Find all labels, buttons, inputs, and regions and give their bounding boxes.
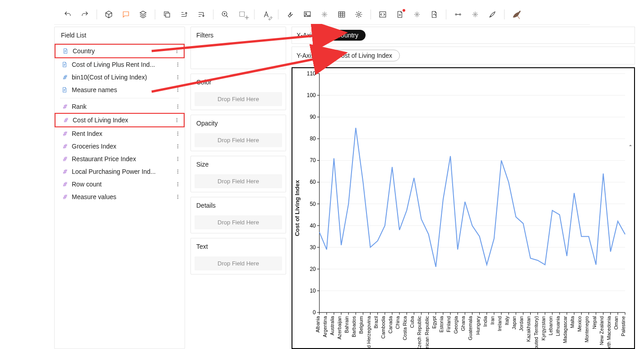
- field-row[interactable]: #Row count: [55, 178, 185, 191]
- sort-desc-icon[interactable]: [193, 7, 209, 22]
- more-icon[interactable]: [174, 143, 182, 149]
- resize-icon[interactable]: [234, 7, 250, 22]
- svg-point-44: [177, 173, 178, 174]
- svg-point-26: [177, 91, 178, 92]
- field-row[interactable]: #Measure values: [55, 191, 185, 203]
- text-drop[interactable]: Drop Field Here: [195, 256, 282, 270]
- refresh-doc-icon[interactable]: [426, 7, 442, 22]
- brush-icon[interactable]: [484, 7, 500, 22]
- field-label: Rank: [72, 103, 174, 110]
- chart-area[interactable]: Cost of Living Index 0102030405060708090…: [292, 67, 635, 349]
- copy-icon[interactable]: [159, 7, 175, 22]
- comment-icon[interactable]: [118, 7, 134, 22]
- size-drop[interactable]: Drop Field Here: [195, 174, 282, 188]
- chart-pane: X-Axis Country Y-Axis Cost of Living Ind…: [292, 27, 635, 349]
- image-settings-icon[interactable]: [316, 7, 333, 22]
- format-icon[interactable]: [258, 7, 274, 22]
- svg-text:Argentina: Argentina: [322, 316, 328, 337]
- redo-icon[interactable]: [77, 7, 93, 22]
- more-icon[interactable]: [174, 156, 182, 162]
- svg-point-23: [177, 79, 178, 79]
- svg-text:Guatemala: Guatemala: [468, 316, 473, 340]
- code-icon[interactable]: [375, 7, 391, 22]
- hash-icon: #: [61, 130, 68, 137]
- table-icon[interactable]: [334, 7, 350, 22]
- opacity-drop[interactable]: Drop Field Here: [195, 133, 282, 147]
- cube-icon[interactable]: [101, 7, 117, 22]
- svg-text:Georgia: Georgia: [453, 316, 459, 334]
- bird-icon[interactable]: [508, 7, 524, 22]
- doc-icon[interactable]: [392, 7, 408, 22]
- svg-point-48: [177, 195, 178, 196]
- svg-text:Japan: Japan: [511, 316, 517, 330]
- svg-text:Azerbaijan: Azerbaijan: [337, 316, 342, 340]
- image-icon[interactable]: [299, 7, 315, 22]
- toolbar: [54, 5, 590, 25]
- more-icon[interactable]: [174, 168, 182, 175]
- svg-point-50: [177, 198, 178, 199]
- more-icon[interactable]: [174, 74, 182, 80]
- zoom-in-icon[interactable]: [217, 7, 233, 22]
- svg-point-49: [177, 196, 178, 197]
- svg-text:Ghana: Ghana: [460, 316, 466, 331]
- svg-text:New Zealand: New Zealand: [599, 316, 604, 345]
- x-axis-bar[interactable]: X-Axis Country: [292, 27, 635, 44]
- color-shelf: Color: [191, 74, 286, 88]
- field-row[interactable]: #Local Purchasing Power Ind...: [55, 165, 185, 178]
- field-row[interactable]: #Restaurant Price Index: [55, 153, 185, 165]
- text-shelf: Text: [191, 238, 286, 253]
- svg-point-43: [177, 171, 178, 172]
- layers-icon[interactable]: [135, 7, 151, 22]
- svg-point-38: [177, 148, 178, 149]
- svg-text:Kyrgyzstan: Kyrgyzstan: [541, 316, 546, 340]
- y-axis-bar[interactable]: Y-Axis Cost of Living Index: [292, 47, 635, 65]
- field-row[interactable]: #Groceries Index: [55, 140, 185, 153]
- sort-asc-icon[interactable]: [176, 7, 192, 22]
- more-icon[interactable]: [174, 130, 182, 137]
- field-row[interactable]: #Rent Index: [55, 127, 185, 140]
- x-axis-chip[interactable]: Country: [329, 30, 366, 41]
- y-axis-chip[interactable]: Cost of Living Index: [329, 50, 400, 61]
- document-icon: [61, 61, 68, 68]
- details-drop[interactable]: Drop Field Here: [195, 215, 282, 229]
- doc-settings-icon[interactable]: [409, 7, 425, 22]
- field-row[interactable]: Cost of Living Plus Rent Ind...: [55, 58, 185, 71]
- more-icon[interactable]: [173, 48, 181, 54]
- svg-rect-7: [338, 12, 345, 17]
- svg-text:Italy: Italy: [504, 316, 510, 326]
- field-label: bin10(Cost of Living Index): [72, 74, 174, 81]
- field-row[interactable]: #bin10(Cost of Living Index): [55, 71, 185, 84]
- svg-point-25: [177, 89, 178, 90]
- scroll-up-icon[interactable]: [628, 143, 633, 154]
- more-icon[interactable]: [174, 61, 182, 68]
- svg-point-36: [177, 144, 178, 145]
- svg-text:Barbados: Barbados: [351, 316, 357, 337]
- more-icon[interactable]: [174, 194, 182, 200]
- hash-icon: #: [61, 193, 68, 200]
- connect-icon[interactable]: [450, 7, 466, 22]
- connect-settings-icon[interactable]: [467, 7, 483, 22]
- svg-text:20: 20: [310, 266, 316, 272]
- field-row[interactable]: Measure names: [55, 84, 185, 96]
- field-label: Rent Index: [72, 130, 174, 137]
- svg-text:Mexico: Mexico: [577, 316, 582, 332]
- more-icon[interactable]: [174, 87, 182, 93]
- wrench-icon[interactable]: [282, 7, 298, 22]
- gear-icon[interactable]: [351, 7, 367, 22]
- undo-icon[interactable]: [60, 7, 76, 22]
- document-icon: [61, 86, 68, 93]
- svg-text:Oman: Oman: [613, 316, 619, 330]
- field-row[interactable]: #Cost of Living Index: [55, 113, 185, 127]
- more-icon[interactable]: [174, 181, 182, 187]
- svg-point-21: [177, 75, 178, 76]
- svg-point-6: [324, 14, 325, 15]
- svg-text:30: 30: [310, 244, 316, 251]
- more-icon[interactable]: [173, 117, 181, 123]
- svg-point-28: [177, 106, 178, 107]
- color-drop[interactable]: Drop Field Here: [195, 92, 282, 106]
- svg-text:Kosovo (Disputed Territory): Kosovo (Disputed Territory): [533, 316, 539, 349]
- field-row[interactable]: #Rank: [55, 100, 185, 113]
- more-icon[interactable]: [174, 103, 182, 110]
- field-row[interactable]: Country: [55, 44, 185, 58]
- svg-point-20: [177, 66, 178, 67]
